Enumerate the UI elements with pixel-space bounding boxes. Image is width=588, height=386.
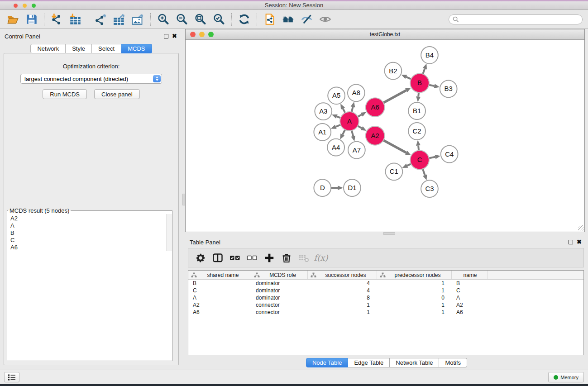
- search-box[interactable]: [449, 14, 583, 24]
- resize-grip-icon[interactable]: [578, 225, 584, 231]
- table-delete-button[interactable]: [295, 250, 312, 266]
- table-cell[interactable]: 1: [377, 309, 452, 315]
- table-cell[interactable]: C: [452, 287, 488, 294]
- unchecked-boxes-button[interactable]: [244, 250, 261, 266]
- graph-node-C2[interactable]: C2: [408, 123, 425, 140]
- column-header-successor-nodes[interactable]: successor nodes: [308, 271, 377, 279]
- graph-node-A2[interactable]: A2: [366, 126, 385, 145]
- graph-node-A3[interactable]: A3: [315, 103, 332, 120]
- float-panel-icon[interactable]: [164, 34, 168, 38]
- table-cell[interactable]: A6: [452, 309, 488, 315]
- table-cell[interactable]: B: [452, 280, 488, 286]
- table-cell[interactable]: connector: [251, 302, 308, 308]
- close-window-icon[interactable]: [14, 4, 18, 8]
- table-cell[interactable]: 1: [377, 287, 452, 294]
- export-image-button[interactable]: [129, 11, 147, 28]
- node-table[interactable]: shared nameMCDS rolesuccessor nodesprede…: [188, 270, 584, 355]
- float-table-panel-icon[interactable]: [569, 240, 573, 244]
- plus-button[interactable]: [261, 250, 278, 266]
- table-cell[interactable]: 1: [308, 302, 377, 308]
- graph-node-A[interactable]: A: [340, 112, 359, 131]
- table-cell[interactable]: A: [452, 295, 488, 301]
- search-input[interactable]: [459, 16, 578, 23]
- column-header-predecessor-nodes[interactable]: predecessor nodes: [377, 271, 452, 279]
- home-button[interactable]: [279, 11, 297, 28]
- table-cell[interactable]: B: [188, 280, 251, 286]
- eye-hide-button[interactable]: [297, 11, 316, 28]
- import-table-button[interactable]: [66, 11, 85, 28]
- export-network-button[interactable]: [91, 11, 110, 28]
- table-cell[interactable]: 1: [308, 309, 377, 315]
- run-mcds-button[interactable]: Run MCDS: [43, 89, 87, 99]
- table-row[interactable]: A6connector11A6: [188, 309, 583, 316]
- graph-node-A4[interactable]: A4: [327, 139, 344, 156]
- graph-node-D[interactable]: D: [314, 179, 331, 196]
- tab-node-table[interactable]: Node Table: [306, 358, 349, 367]
- horizontal-split-divider[interactable]: [185, 232, 588, 235]
- table-row[interactable]: Adominator80A: [188, 294, 583, 301]
- result-list-item[interactable]: A2: [7, 215, 172, 222]
- column-header-shared-name[interactable]: shared name: [188, 271, 251, 279]
- memory-button[interactable]: Memory: [548, 372, 584, 382]
- tab-network-table[interactable]: Network Table: [390, 358, 439, 367]
- table-cell[interactable]: A: [188, 295, 251, 301]
- network-view-window[interactable]: testGlobe.txt B4B2BB3A5A8A6A3B1AC2A1A2A4…: [185, 29, 585, 232]
- network-graph[interactable]: B4B2BB3A5A8A6A3B1AC2A1A2A4A7C4CC1C3DD1: [186, 40, 584, 232]
- table-cell[interactable]: connector: [251, 309, 308, 315]
- table-cell[interactable]: 1: [377, 280, 452, 286]
- graph-node-D1[interactable]: D1: [344, 179, 361, 196]
- close-table-panel-icon[interactable]: ✖: [577, 239, 582, 245]
- table-cell[interactable]: A2: [452, 302, 488, 308]
- import-network-button[interactable]: [48, 11, 66, 28]
- network-window-titlebar[interactable]: testGlobe.txt: [186, 29, 584, 40]
- table-cell[interactable]: 8: [308, 295, 377, 301]
- result-scrollbar[interactable]: [166, 214, 172, 251]
- tab-edge-table[interactable]: Edge Table: [348, 358, 390, 367]
- minimize-view-icon[interactable]: [199, 32, 205, 37]
- graph-node-C3[interactable]: C3: [421, 180, 438, 197]
- table-row[interactable]: Cdominator41C: [188, 287, 583, 294]
- window-titlebar[interactable]: Session: New Session: [0, 0, 588, 10]
- result-list-item[interactable]: B: [7, 229, 172, 237]
- table-cell[interactable]: C: [188, 287, 251, 294]
- graph-node-A6[interactable]: A6: [366, 98, 385, 117]
- result-list-item[interactable]: C: [7, 237, 172, 244]
- table-cell[interactable]: dominator: [251, 287, 308, 294]
- divider-handle[interactable]: [383, 232, 395, 235]
- table-row[interactable]: Bdominator41B: [188, 280, 583, 287]
- trash-button[interactable]: [278, 250, 295, 266]
- show-panels-button[interactable]: [4, 372, 19, 382]
- graph-node-B4[interactable]: B4: [421, 47, 438, 64]
- graph-node-B[interactable]: B: [410, 74, 429, 93]
- graph-node-A8[interactable]: A8: [348, 84, 365, 101]
- table-cell[interactable]: 4: [308, 287, 377, 294]
- maximize-window-icon[interactable]: [32, 4, 36, 8]
- column-header-name[interactable]: name: [452, 271, 488, 279]
- open-folder-button[interactable]: [4, 11, 22, 28]
- close-panel-button[interactable]: Close panel: [94, 89, 140, 99]
- graph-node-B2[interactable]: B2: [385, 62, 402, 80]
- table-cell[interactable]: 0: [377, 295, 452, 301]
- graph-node-C4[interactable]: C4: [441, 146, 458, 163]
- close-panel-icon[interactable]: ✖: [172, 33, 177, 39]
- checked-boxes-button[interactable]: [226, 250, 244, 266]
- divider-handle[interactable]: [182, 194, 185, 205]
- save-button[interactable]: [22, 11, 41, 28]
- column-header-MCDS-role[interactable]: MCDS role: [251, 271, 308, 279]
- graph-node-C[interactable]: C: [410, 151, 429, 170]
- export-table-button[interactable]: [110, 11, 129, 28]
- minimize-window-icon[interactable]: [23, 4, 27, 8]
- graph-node-B3[interactable]: B3: [440, 80, 457, 97]
- tab-select[interactable]: Select: [92, 44, 121, 53]
- zoom-out-button[interactable]: [172, 11, 191, 28]
- eye-show-button[interactable]: [316, 11, 335, 28]
- refresh-button[interactable]: [235, 11, 253, 28]
- network-canvas[interactable]: B4B2BB3A5A8A6A3B1AC2A1A2A4A7C4CC1C3DD1: [186, 40, 584, 232]
- tab-network[interactable]: Network: [30, 44, 66, 53]
- table-cell[interactable]: dominator: [251, 295, 308, 301]
- graph-node-A1[interactable]: A1: [314, 124, 331, 141]
- tab-style[interactable]: Style: [66, 44, 92, 53]
- tab-motifs[interactable]: Motifs: [439, 358, 467, 367]
- result-list-item[interactable]: A6: [7, 244, 172, 251]
- vertical-split-divider[interactable]: [182, 29, 185, 370]
